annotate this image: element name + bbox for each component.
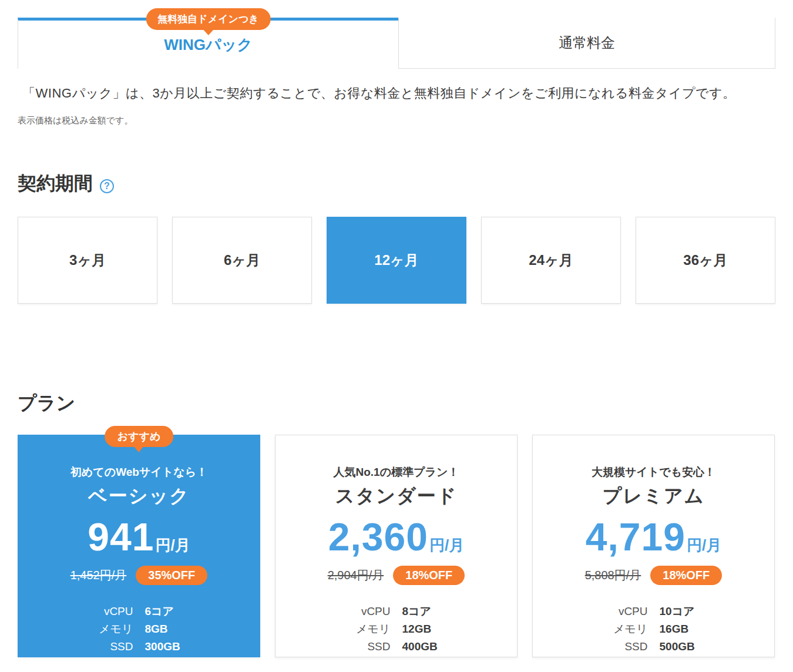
period-option-label: 3ヶ月 [69, 251, 106, 270]
spec-value: 16GB [654, 620, 775, 638]
spec-label: メモリ [275, 620, 396, 638]
price-unit: 円/月 [687, 535, 721, 556]
spec-label: メモリ [533, 620, 654, 638]
spec-label: SSD [18, 638, 139, 656]
period-option-36months[interactable]: 36ヶ月 [636, 217, 775, 304]
price-number: 4,719 [586, 518, 686, 556]
spec-label: SSD [533, 638, 654, 656]
plan-tagline: 大規模サイトでも安心！ [533, 465, 774, 480]
plan-name: プレミアム [533, 483, 774, 509]
plan-discount-row: 1,452円/月 35%OFF [18, 566, 260, 585]
spec-row-vcpu: vCPU 8コア [275, 603, 517, 620]
spec-row-ssd: SSD 300GB [18, 638, 260, 656]
wing-pack-description: 「WINGパック」は、3か月以上ご契約することで、お得な料金と無料独自ドメインを… [18, 85, 775, 102]
plan-tagline: 初めてのWebサイトなら！ [18, 465, 260, 480]
plan-card-premium[interactable]: 大規模サイトでも安心！ プレミアム 4,719 円/月 5,808円/月 18%… [532, 435, 775, 657]
period-option-label: 12ヶ月 [374, 251, 418, 270]
recommend-badge: おすすめ [105, 426, 174, 447]
price-unit: 円/月 [429, 535, 464, 556]
price-unit: 円/月 [155, 535, 190, 556]
discount-badge: 18%OFF [650, 566, 722, 585]
tab-wing-pack[interactable]: 無料独自ドメインつき WINGパック [18, 18, 398, 69]
plan-cards: おすすめ 初めてのWebサイトなら！ ベーシック 941 円/月 1,452円/… [18, 435, 775, 657]
plan-discount-row: 2,904円/月 18%OFF [275, 566, 517, 585]
recommend-badge-label: おすすめ [117, 431, 161, 442]
plan-price: 941 円/月 [18, 518, 260, 556]
spec-label: vCPU [275, 603, 396, 620]
tab-normal-price[interactable]: 通常料金 [398, 18, 775, 69]
tax-note: 表示価格は税込み金額です。 [18, 115, 775, 126]
help-question-icon[interactable]: ? [100, 179, 114, 193]
contract-period-selector: 3ヶ月 6ヶ月 12ヶ月 24ヶ月 36ヶ月 [18, 217, 775, 304]
spec-value: 400GB [396, 638, 518, 656]
spec-row-memory: メモリ 8GB [18, 620, 260, 638]
old-price: 2,904円/月 [328, 567, 384, 583]
plan-tagline: 人気No.1の標準プラン！ [275, 465, 517, 480]
tab-normal-price-label: 通常料金 [559, 33, 615, 52]
price-number: 941 [88, 518, 154, 556]
plan-price: 2,360 円/月 [275, 518, 517, 556]
spec-value: 500GB [654, 638, 775, 656]
spec-value: 6コア [139, 603, 260, 620]
spec-label: メモリ [18, 620, 139, 638]
discount-badge: 35%OFF [136, 566, 207, 585]
plan-heading: プラン [18, 391, 775, 416]
spec-value: 300GB [139, 638, 260, 656]
free-domain-badge: 無料独自ドメインつき [146, 8, 270, 30]
spec-value: 8コア [396, 603, 518, 620]
spec-label: vCPU [18, 603, 139, 620]
discount-badge: 18%OFF [393, 566, 465, 585]
plan-card-standard[interactable]: 人気No.1の標準プラン！ スタンダード 2,360 円/月 2,904円/月 … [275, 435, 518, 657]
plan-specs: vCPU 8コア メモリ 12GB SSD 400GB [275, 603, 517, 656]
pricing-page: 無料独自ドメインつき WINGパック 通常料金 「WINGパック」は、3か月以上… [0, 18, 793, 657]
spec-value: 10コア [654, 603, 775, 620]
period-option-label: 6ヶ月 [224, 251, 260, 270]
period-option-12months[interactable]: 12ヶ月 [327, 217, 466, 304]
period-option-6months[interactable]: 6ヶ月 [172, 217, 312, 304]
pricing-type-tabs: 無料独自ドメインつき WINGパック 通常料金 [18, 18, 775, 69]
spec-label: SSD [275, 638, 396, 656]
spec-row-ssd: SSD 500GB [533, 638, 774, 656]
spec-row-vcpu: vCPU 10コア [533, 603, 774, 620]
spec-value: 8GB [139, 620, 260, 638]
plan-card-basic[interactable]: おすすめ 初めてのWebサイトなら！ ベーシック 941 円/月 1,452円/… [18, 435, 260, 657]
spec-label: vCPU [533, 603, 654, 620]
tab-wing-pack-label: WINGパック [164, 35, 253, 55]
price-number: 2,360 [328, 518, 428, 556]
spec-row-vcpu: vCPU 6コア [18, 603, 260, 620]
plan-specs: vCPU 10コア メモリ 16GB SSD 500GB [533, 603, 774, 656]
spec-row-memory: メモリ 12GB [275, 620, 517, 638]
period-option-3months[interactable]: 3ヶ月 [18, 217, 157, 304]
period-option-24months[interactable]: 24ヶ月 [481, 217, 621, 304]
spec-row-ssd: SSD 400GB [275, 638, 517, 656]
old-price: 5,808円/月 [585, 567, 641, 583]
plan-name: スタンダード [275, 483, 517, 509]
period-option-label: 36ヶ月 [683, 251, 727, 270]
period-option-label: 24ヶ月 [529, 251, 573, 270]
plan-discount-row: 5,808円/月 18%OFF [533, 566, 774, 585]
free-domain-badge-label: 無料独自ドメインつき [157, 14, 258, 25]
plan-name: ベーシック [18, 483, 260, 509]
spec-value: 12GB [396, 620, 518, 638]
plan-price: 4,719 円/月 [533, 518, 774, 556]
plan-specs: vCPU 6コア メモリ 8GB SSD 300GB [18, 603, 260, 656]
contract-period-title: 契約期間 [18, 171, 93, 197]
spec-row-memory: メモリ 16GB [533, 620, 774, 638]
plan-title: プラン [18, 391, 75, 416]
contract-period-heading: 契約期間 ? [18, 171, 775, 197]
old-price: 1,452円/月 [70, 567, 127, 583]
